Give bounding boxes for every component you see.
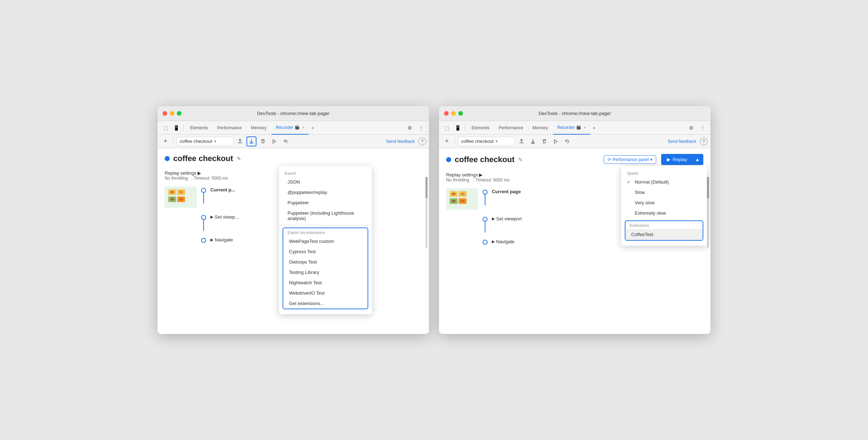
right-upload-button[interactable] <box>517 136 527 146</box>
left-undo-button[interactable] <box>281 136 291 146</box>
right-toolbar-divider <box>455 138 455 145</box>
right-tab-elements[interactable]: Elements <box>467 121 494 135</box>
left-more-menu-icon[interactable]: ⋮ <box>416 123 426 133</box>
right-close-button[interactable] <box>444 111 449 116</box>
left-inspector-icon[interactable]: ⬚ <box>160 123 170 133</box>
close-button[interactable] <box>163 111 167 116</box>
left-step-line-1 <box>203 193 204 204</box>
right-step-set-viewport-label[interactable]: ▶ Set viewport <box>492 215 522 221</box>
right-devtools-window: DevTools - chrome://new-tab-page/ ⬚ 📱 El… <box>439 106 710 334</box>
right-download-button[interactable] <box>528 136 538 146</box>
left-device-icon[interactable]: 📱 <box>171 123 181 133</box>
left-play-button[interactable] <box>269 136 279 146</box>
right-delete-button[interactable] <box>539 136 549 146</box>
right-recording-selector[interactable]: coffee checkout ▾ <box>458 137 515 146</box>
right-speed-extremely-slow[interactable]: Extremely slow <box>621 208 707 218</box>
left-help-button[interactable]: ? <box>418 138 426 145</box>
svg-point-17 <box>460 192 465 195</box>
right-device-icon[interactable]: 📱 <box>453 123 463 133</box>
left-tab-elements[interactable]: Elements <box>186 121 212 135</box>
left-export-testing-library[interactable]: Testing Library <box>283 267 368 278</box>
right-speed-slow[interactable]: Slow <box>621 187 707 198</box>
left-main-content: coffee checkout ✎ Replay settings ▶ No t… <box>158 148 429 334</box>
left-recording-selector[interactable]: coffee checkout ▾ <box>176 137 234 146</box>
right-inspector-icon[interactable]: ⬚ <box>442 123 452 133</box>
right-more-menu-icon[interactable]: ⋮ <box>698 123 708 133</box>
left-scrollbar-thumb[interactable] <box>425 177 428 198</box>
right-send-feedback-button[interactable]: Send feedback <box>665 139 698 144</box>
left-export-puppeteer[interactable]: Puppeteer <box>279 198 372 208</box>
left-step-dot-2 <box>201 215 206 220</box>
right-scrollbar-thumb[interactable] <box>707 177 709 198</box>
right-step-line-1 <box>485 195 485 205</box>
right-play-button[interactable] <box>551 136 561 146</box>
left-settings-icon[interactable]: ⚙ <box>405 123 415 133</box>
left-send-feedback-button[interactable]: Send feedback <box>384 139 417 144</box>
left-step-set-viewport-label[interactable]: ▶ Set viewp... <box>210 214 239 220</box>
left-step-navigate-label[interactable]: ▶ Navigate <box>210 236 233 242</box>
left-export-webdriverio[interactable]: WebdriverIO Test <box>283 288 368 298</box>
left-add-recording-button[interactable]: + <box>160 136 170 146</box>
right-step-dot-2 <box>483 217 488 222</box>
right-help-button[interactable]: ? <box>700 138 708 145</box>
left-upload-button[interactable] <box>235 136 245 146</box>
right-tab-recorder[interactable]: Recorder 🎬 × <box>553 121 590 135</box>
left-tab-recorder[interactable]: Recorder 🎬 × <box>271 121 309 135</box>
right-edit-title-icon[interactable]: ✎ <box>518 157 523 162</box>
right-replay-main-button[interactable]: ▶ Replay <box>662 155 692 164</box>
right-speed-very-slow[interactable]: Very slow <box>621 198 707 208</box>
minimize-button[interactable] <box>170 111 174 116</box>
left-tab-more[interactable]: » <box>309 125 316 130</box>
left-export-cypress[interactable]: Cypress Test <box>283 246 368 257</box>
svg-point-6 <box>170 191 174 194</box>
left-edit-title-icon[interactable]: ✎ <box>237 156 241 161</box>
right-perf-panel-button[interactable]: ⟳ Performance panel ▾ <box>604 155 656 164</box>
right-tab-performance[interactable]: Performance <box>494 121 528 135</box>
right-speed-check-icon: ✓ <box>627 180 632 185</box>
right-undo-button[interactable] <box>562 136 572 146</box>
right-step-line-2 <box>485 222 485 232</box>
left-scrollbar[interactable] <box>425 177 428 248</box>
left-traffic-lights <box>163 111 181 116</box>
right-tab-divider <box>465 124 465 131</box>
left-toolbar: + coffee checkout ▾ Send feedback ? <box>158 135 429 148</box>
left-export-puppeteer-lighthouse[interactable]: Puppeteer (including Lighthouse analysis… <box>279 208 372 224</box>
left-export-puppeteer-replay[interactable]: @puppeteer/replay <box>279 187 372 198</box>
right-scrollbar[interactable] <box>707 177 709 248</box>
right-step-dot-3 <box>483 240 488 245</box>
right-perf-panel-icon: ⟳ <box>608 157 611 162</box>
right-speed-label: Speed <box>621 169 707 177</box>
right-window-title: DevTools - chrome://new-tab-page/ <box>539 111 611 116</box>
left-tab-recorder-close[interactable]: × <box>302 125 304 130</box>
left-export-owloops[interactable]: Owloops Test <box>283 257 368 267</box>
left-export-json[interactable]: JSON <box>279 177 372 187</box>
right-step-navigate-label[interactable]: ▶ Navigate <box>492 238 514 244</box>
left-delete-button[interactable] <box>258 136 268 146</box>
right-traffic-lights <box>444 111 463 116</box>
left-timeline-connector-2 <box>201 214 206 231</box>
left-export-get-extensions[interactable]: Get extensions... <box>283 298 368 309</box>
left-download-button[interactable] <box>246 136 256 146</box>
left-export-webpagetest[interactable]: WebPageTest custom <box>283 236 368 246</box>
right-tab-more[interactable]: » <box>591 125 598 130</box>
left-thumbnail-current-page <box>165 186 197 208</box>
right-speed-normal[interactable]: ✓ Normal (Default) <box>621 177 707 187</box>
right-replay-dropdown-button[interactable]: ▲ <box>692 155 703 164</box>
left-export-dropdown: Export JSON @puppeteer/replay Puppeteer … <box>279 166 372 314</box>
right-maximize-button[interactable] <box>458 111 463 116</box>
right-minimize-button[interactable] <box>451 111 456 116</box>
right-add-recording-button[interactable]: + <box>442 136 452 146</box>
left-window-title: DevTools - chrome://new-tab-page/ <box>257 111 329 116</box>
right-settings-icon[interactable]: ⚙ <box>686 123 696 133</box>
right-tab-recorder-close[interactable]: × <box>583 125 585 130</box>
left-tab-performance[interactable]: Performance <box>213 121 246 135</box>
maximize-button[interactable] <box>177 111 181 116</box>
right-title-bar: DevTools - chrome://new-tab-page/ <box>439 106 710 121</box>
right-tab-memory[interactable]: Memory <box>528 121 552 135</box>
right-coffeetest-item[interactable]: CoffeeTest <box>625 229 703 240</box>
left-export-nightwatch[interactable]: Nightwatch Test <box>283 278 368 288</box>
right-step-dot-1 <box>483 190 488 195</box>
left-tab-memory[interactable]: Memory <box>247 121 271 135</box>
left-tab-bar: ⬚ 📱 Elements Performance Memory Recorder… <box>158 121 429 135</box>
right-replay-play-icon: ▶ <box>667 157 670 162</box>
